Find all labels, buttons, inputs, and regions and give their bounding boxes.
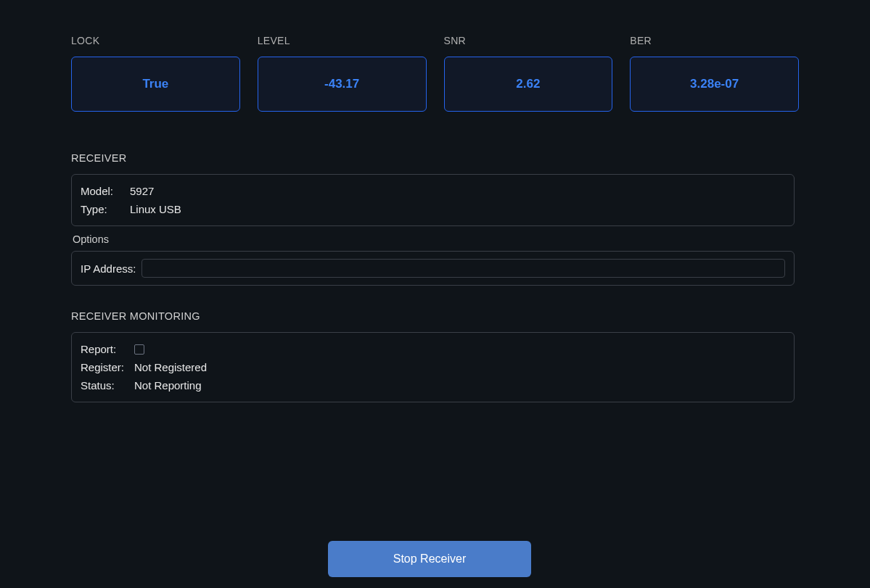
receiver-model-label: Model: bbox=[81, 185, 121, 197]
monitoring-status-label: Status: bbox=[81, 379, 126, 392]
stop-receiver-label: Stop Receiver bbox=[393, 552, 467, 566]
monitoring-status-value: Not Reporting bbox=[134, 379, 202, 392]
stats-row: LOCK True LEVEL -43.17 SNR 2.62 BER 3.28… bbox=[71, 35, 799, 112]
stat-ber-label: BER bbox=[630, 35, 799, 46]
stat-lock-label: LOCK bbox=[71, 35, 240, 46]
stat-snr-box: 2.62 bbox=[444, 57, 613, 112]
stat-level-label: LEVEL bbox=[258, 35, 427, 46]
stop-receiver-button[interactable]: Stop Receiver bbox=[328, 541, 531, 577]
stat-level-box: -43.17 bbox=[258, 57, 427, 112]
stat-lock-box: True bbox=[71, 57, 240, 112]
monitoring-section-label: RECEIVER MONITORING bbox=[71, 310, 799, 322]
monitoring-status-row: Status: Not Reporting bbox=[81, 379, 785, 392]
stat-level-value: -43.17 bbox=[324, 77, 359, 91]
report-checkbox[interactable] bbox=[134, 344, 144, 355]
stat-snr-label: SNR bbox=[444, 35, 613, 46]
ip-address-input[interactable] bbox=[141, 259, 785, 278]
receiver-section-label: RECEIVER bbox=[71, 152, 799, 164]
stat-lock-value: True bbox=[142, 77, 168, 91]
receiver-model-row: Model: 5927 bbox=[81, 185, 785, 197]
receiver-type-value: Linux USB bbox=[130, 203, 181, 215]
stat-lock: LOCK True bbox=[71, 35, 240, 112]
monitoring-panel: Report: Register: Not Registered Status:… bbox=[71, 332, 795, 402]
stat-ber: BER 3.28e-07 bbox=[630, 35, 799, 112]
receiver-options-panel: IP Address: bbox=[71, 251, 795, 286]
receiver-options-label: Options bbox=[73, 233, 799, 245]
stat-ber-value: 3.28e-07 bbox=[690, 77, 739, 91]
receiver-panel: Model: 5927 Type: Linux USB bbox=[71, 174, 795, 226]
monitoring-report-label: Report: bbox=[81, 343, 126, 355]
ip-address-label: IP Address: bbox=[81, 262, 136, 275]
monitoring-register-label: Register: bbox=[81, 361, 126, 373]
monitoring-report-row: Report: bbox=[81, 343, 785, 355]
stat-level: LEVEL -43.17 bbox=[258, 35, 427, 112]
receiver-model-value: 5927 bbox=[130, 185, 154, 197]
monitoring-register-row: Register: Not Registered bbox=[81, 361, 785, 373]
stat-ber-box: 3.28e-07 bbox=[630, 57, 799, 112]
receiver-type-row: Type: Linux USB bbox=[81, 203, 785, 215]
stat-snr-value: 2.62 bbox=[516, 77, 540, 91]
stat-snr: SNR 2.62 bbox=[444, 35, 613, 112]
monitoring-register-value: Not Registered bbox=[134, 361, 207, 373]
receiver-type-label: Type: bbox=[81, 203, 121, 215]
